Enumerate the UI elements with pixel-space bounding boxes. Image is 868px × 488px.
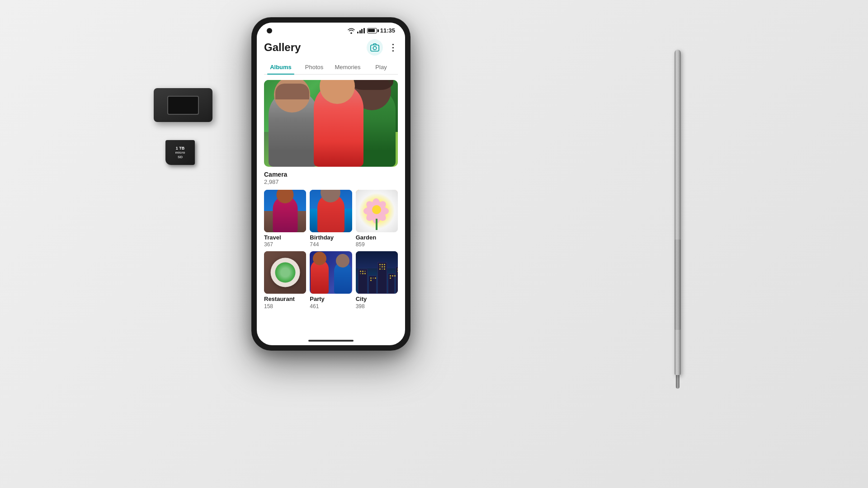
stylus-pen	[673, 50, 683, 402]
status-time: 11:35	[380, 27, 395, 34]
travel-album-info: Travel 367	[264, 234, 306, 248]
hero-album-info: Camera 2,987	[264, 170, 398, 185]
restaurant-thumbnail	[264, 251, 306, 293]
garden-photo	[356, 190, 398, 232]
city-album-count: 398	[356, 303, 398, 310]
party-album-info: Party 461	[310, 296, 352, 310]
party-thumbnail	[310, 251, 352, 293]
birthday-thumbnail	[310, 190, 352, 232]
travel-thumbnail	[264, 190, 306, 232]
stylus-grip	[675, 239, 681, 330]
party-photo	[310, 251, 352, 293]
battery-icon	[367, 28, 377, 33]
hero-album-name: Camera	[264, 170, 398, 178]
phone-screen: 11:35 Gallery ⋮	[257, 23, 405, 345]
status-right: 11:35	[348, 27, 395, 34]
album-birthday[interactable]: Birthday 744	[310, 190, 352, 248]
app-content: Gallery ⋮	[257, 37, 405, 318]
hero-album-camera[interactable]	[264, 80, 398, 167]
albums-grid: Travel 367	[264, 190, 398, 248]
stylus-tip	[676, 375, 679, 389]
garden-album-info: Garden 859	[356, 234, 398, 248]
tab-play[interactable]: Play	[364, 60, 398, 74]
party-album-name: Party	[310, 296, 352, 303]
tab-photos[interactable]: Photos	[297, 60, 331, 74]
status-left	[267, 28, 272, 33]
city-album-info: City 398	[356, 296, 398, 310]
home-indicator[interactable]	[308, 340, 354, 342]
phone-device: 11:35 Gallery ⋮	[251, 17, 410, 351]
app-header: Gallery ⋮	[264, 37, 398, 60]
svg-point-1	[373, 47, 376, 50]
app-title: Gallery	[264, 41, 301, 54]
sim-tray-body	[154, 88, 212, 122]
birthday-album-count: 744	[310, 241, 352, 248]
travel-photo	[264, 190, 306, 232]
birthday-album-info: Birthday 744	[310, 234, 352, 248]
camera-button[interactable]	[367, 39, 383, 56]
album-restaurant[interactable]: Restaurant 158	[264, 251, 306, 309]
status-bar: 11:35	[257, 23, 405, 37]
tab-albums[interactable]: Albums	[264, 60, 297, 74]
garden-album-count: 859	[356, 241, 398, 248]
travel-album-name: Travel	[264, 234, 306, 242]
album-travel[interactable]: Travel 367	[264, 190, 306, 248]
restaurant-photo	[264, 251, 306, 293]
background	[0, 0, 868, 488]
phone-body: 11:35 Gallery ⋮	[251, 17, 410, 351]
birthday-album-name: Birthday	[310, 234, 352, 242]
sim-tray-accessory	[154, 88, 212, 127]
restaurant-album-count: 158	[264, 303, 306, 310]
hero-album-count: 2,987	[264, 178, 398, 185]
wifi-icon	[348, 28, 355, 34]
microsd-body: 1 TB micro SD	[165, 140, 195, 165]
city-thumbnail	[356, 251, 398, 293]
front-camera	[267, 28, 272, 33]
microsd-size-label: 1 TB	[175, 146, 185, 151]
battery-fill	[368, 29, 374, 32]
album-party[interactable]: Party 461	[310, 251, 352, 309]
tabs-container: Albums Photos Memories Play	[264, 60, 398, 75]
albums-grid-2: Restaurant 158	[264, 251, 398, 309]
svg-rect-0	[371, 45, 379, 52]
garden-thumbnail	[356, 190, 398, 232]
header-icons: ⋮	[367, 39, 398, 56]
more-options-button[interactable]: ⋮	[388, 42, 398, 53]
stylus-body	[675, 50, 681, 375]
city-photo	[356, 251, 398, 293]
hero-photo	[264, 80, 398, 167]
sim-tray-slot	[167, 96, 199, 115]
album-garden[interactable]: Garden 859	[356, 190, 398, 248]
albums-container: Camera 2,987	[264, 80, 398, 318]
city-album-name: City	[356, 296, 398, 303]
album-city[interactable]: City 398	[356, 251, 398, 309]
tab-memories[interactable]: Memories	[331, 60, 364, 74]
restaurant-album-info: Restaurant 158	[264, 296, 306, 310]
microsd-type-label: micro	[175, 150, 185, 155]
party-album-count: 461	[310, 303, 352, 310]
microsd-card: 1 TB micro SD	[165, 140, 199, 169]
travel-album-count: 367	[264, 241, 306, 248]
garden-album-name: Garden	[356, 234, 398, 242]
signal-icon	[357, 28, 365, 33]
restaurant-album-name: Restaurant	[264, 296, 306, 303]
camera-icon	[370, 42, 380, 52]
birthday-photo	[310, 190, 352, 232]
microsd-subtype-label: SD	[175, 155, 185, 160]
